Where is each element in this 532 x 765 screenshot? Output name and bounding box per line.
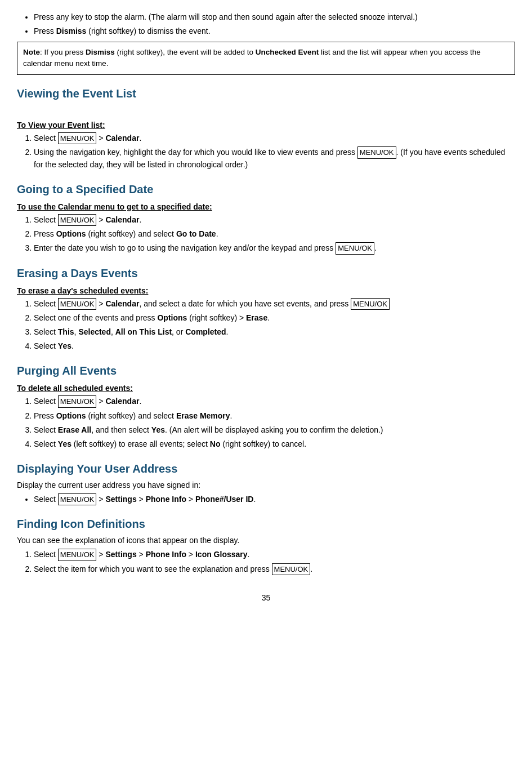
step-goto-2: Press Options (right softkey) and select… [34, 228, 515, 240]
heading-going-to-date: Going to a Specified Date [17, 181, 515, 198]
step-purge-2: Press Options (right softkey) and select… [34, 410, 515, 422]
step-purge-3: Select Erase All, and then select Yes. (… [34, 424, 515, 436]
step-icon-1: Select MENU/OK > Settings > Phone Info >… [34, 549, 515, 561]
subheading-viewing-event-list: To View your Event list: [17, 119, 515, 131]
steps-finding-icon-definitions: Select MENU/OK > Settings > Phone Info >… [34, 549, 515, 575]
section-finding-icon-definitions: Finding Icon Definitions You can see the… [17, 515, 515, 575]
section-viewing-event-list: Viewing the Event List To View your Even… [17, 85, 515, 171]
menu-key: MENU/OK [58, 132, 97, 145]
bullet-user-address-1: Select MENU/OK > Settings > Phone Info >… [34, 493, 515, 506]
step-icon-2: Select the item for which you want to se… [34, 563, 515, 576]
menu-key: MENU/OK [58, 395, 97, 408]
menu-key: MENU/OK [357, 146, 396, 159]
menu-key: MENU/OK [58, 298, 97, 310]
intro-displaying-user-address: Display the current user address you hav… [17, 479, 515, 491]
note-box: Note: If you press Dismiss (right softke… [17, 42, 515, 75]
page-number: 35 [17, 592, 515, 604]
subheading-going-to-date: To use the Calendar menu to get to a spe… [17, 201, 515, 213]
step-purge-4: Select Yes (left softkey) to erase all e… [34, 438, 515, 450]
heading-viewing-event-list: Viewing the Event List [17, 85, 515, 102]
menu-key: MENU/OK [58, 214, 97, 226]
steps-erasing-days-events: Select MENU/OK > Calendar, and select a … [34, 298, 515, 353]
steps-viewing-event-list: Select MENU/OK > Calendar. Using the nav… [34, 132, 515, 171]
step-goto-1: Select MENU/OK > Calendar. [34, 214, 515, 226]
intro-bullet-1: Press any key to stop the alarm. (The al… [34, 11, 515, 23]
menu-key: MENU/OK [336, 242, 374, 255]
bullets-displaying-user-address: Select MENU/OK > Settings > Phone Info >… [34, 493, 515, 506]
section-purging-all-events: Purging All Events To delete all schedul… [17, 362, 515, 450]
section-going-to-date: Going to a Specified Date To use the Cal… [17, 181, 515, 255]
heading-displaying-user-address: Displaying Your User Address [17, 460, 515, 477]
section-displaying-user-address: Displaying Your User Address Display the… [17, 460, 515, 506]
intro-finding-icon-definitions: You can see the explanation of icons tha… [17, 535, 515, 546]
steps-purging-all-events: Select MENU/OK > Calendar. Press Options… [34, 395, 515, 450]
subheading-erasing-days-events: To erase a day's scheduled events: [17, 285, 515, 297]
heading-finding-icon-definitions: Finding Icon Definitions [17, 515, 515, 532]
step-goto-3: Enter the date you wish to go to using t… [34, 242, 515, 255]
step-erase-4: Select Yes. [34, 340, 515, 352]
intro-bullets: Press any key to stop the alarm. (The al… [34, 11, 515, 37]
intro-bullet-2: Press Dismiss (right softkey) to dismiss… [34, 25, 515, 37]
section-erasing-days-events: Erasing a Days Events To erase a day's s… [17, 265, 515, 353]
step-erase-3: Select This, Selected, All on This List,… [34, 326, 515, 338]
heading-erasing-days-events: Erasing a Days Events [17, 265, 515, 282]
step-erase-2: Select one of the events and press Optio… [34, 312, 515, 324]
step-view-1: Select MENU/OK > Calendar. [34, 132, 515, 145]
step-erase-1: Select MENU/OK > Calendar, and select a … [34, 298, 515, 310]
steps-going-to-date: Select MENU/OK > Calendar. Press Options… [34, 214, 515, 255]
menu-key: MENU/OK [272, 563, 311, 576]
menu-key: MENU/OK [58, 549, 97, 561]
heading-purging-all-events: Purging All Events [17, 362, 515, 379]
step-view-2: Using the navigation key, highlight the … [34, 146, 515, 171]
note-label: Note: If you press Dismiss (right softke… [23, 48, 481, 68]
menu-key: MENU/OK [351, 298, 390, 310]
menu-key: MENU/OK [58, 493, 97, 506]
step-purge-1: Select MENU/OK > Calendar. [34, 395, 515, 408]
subheading-purging-all-events: To delete all scheduled events: [17, 382, 515, 394]
